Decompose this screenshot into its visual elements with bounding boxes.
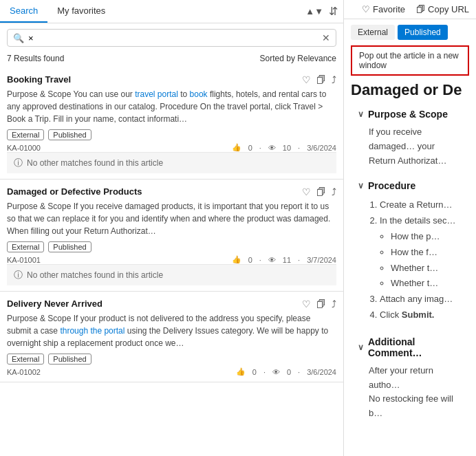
copy-url-icon: 🗍 [416,4,425,14]
meta-stats: 👍 0 · 👁 10 · 3/6/2024 [232,143,336,152]
article-item: Booking Travel ♡ 🗍 ⤴ Purpose & Scope You… [0,67,343,180]
dot-sep: · [263,368,266,376]
article-item: Delivery Never Arrived ♡ 🗍 ⤴ Purpose & S… [0,292,343,382]
article-body: Purpose & Scope You can use our travel p… [7,88,336,125]
no-match-banner: ⓘ No other matches found in this article [7,152,336,173]
list-item: Click Submit. [380,308,462,323]
tab-published[interactable]: Published [398,25,448,40]
article-body: Purpose & Scope If you receive damaged p… [7,200,336,237]
list-item: How the f… [391,246,462,260]
views-icon: 👁 [268,256,276,264]
tag-published: Published [48,129,91,140]
portal-link[interactable]: through the portal [60,326,125,336]
chevron-down-icon: ∨ [358,109,364,119]
thumbs-count: 0 [248,256,252,264]
tags: External Published [7,241,336,252]
pop-out-banner[interactable]: Pop out the article in a new window [351,45,469,76]
external-link-icon[interactable]: ⤴ [332,186,336,197]
article-id: KA-01001 [7,256,41,264]
views-count: 10 [283,144,291,152]
tabs-bar: Search My favorites ▲▼ ⇵ [0,0,343,23]
thumbs-count: 0 [248,144,252,152]
left-panel: Search My favorites ▲▼ ⇵ 🔍 ✕ 7 Results f… [0,0,344,456]
clear-search-icon[interactable]: ✕ [322,32,330,43]
article-title[interactable]: Booking Travel [7,74,71,85]
list-item: How the p… [391,230,462,244]
views-count: 0 [287,368,291,376]
section-header-additional[interactable]: ∨ Additional Comment… [351,334,469,361]
book-link[interactable]: book [190,89,208,99]
section-additional: ∨ Additional Comment… After your return … [351,334,469,424]
tab-search[interactable]: Search [0,0,47,23]
article-title[interactable]: Damaged or Defective Products [7,186,142,197]
right-toolbar: ♡ Favorite 🗍 Copy URL [344,0,476,19]
section-purpose: ∨ Purpose & Scope If you receive damaged… [351,106,469,171]
favorite-button[interactable]: ♡ Favorite [362,4,405,14]
sort-icon[interactable]: ⇵ [329,5,338,18]
thumbs-up-icon: 👍 [232,255,241,264]
date: 3/6/2024 [307,144,336,152]
article-title[interactable]: Delivery Never Arrived [7,298,102,309]
dot-sep2: · [298,256,300,264]
dot-sep2: · [298,368,300,376]
chevron-down-icon: ∨ [358,181,364,191]
dot-sep2: · [298,144,300,152]
filter-icon[interactable]: ▲▼ [305,6,323,17]
section-header-procedure[interactable]: ∨ Procedure [351,177,469,194]
tag-published: Published [48,354,91,365]
article-meta: KA-01002 👍 0 · 👁 0 · 3/6/2024 [7,367,336,376]
favorite-icon[interactable]: ♡ [302,298,311,310]
tags: External Published [7,354,336,365]
article-meta: KA-01001 👍 0 · 👁 11 · 3/7/2024 [7,255,336,264]
tag-external: External [7,241,44,252]
tab-favorites[interactable]: My favorites [47,0,115,23]
right-article-title: Damaged or De [344,81,476,99]
results-count: 7 Results found [7,54,64,63]
list-item: Whether t… [391,261,462,276]
section-title-procedure: Procedure [368,180,415,191]
article-actions: ♡ 🗍 ⤴ [302,74,336,85]
info-icon: ⓘ [14,157,23,169]
search-icon: 🔍 [13,33,24,43]
section-title-purpose: Purpose & Scope [368,109,448,120]
copy-url-label: Copy URL [428,4,469,14]
meta-stats: 👍 0 · 👁 11 · 3/7/2024 [232,255,336,264]
article-actions: ♡ 🗍 ⤴ [302,186,336,197]
external-link-icon[interactable]: ⤴ [332,74,336,85]
copy-icon[interactable]: 🗍 [316,186,326,197]
info-icon: ⓘ [14,269,23,281]
copy-icon[interactable]: 🗍 [316,298,326,310]
date: 3/7/2024 [307,256,336,264]
favorite-icon[interactable]: ♡ [302,186,311,197]
list-item: Create a Return… [380,198,462,213]
favorite-label: Favorite [373,4,405,14]
section-header-purpose[interactable]: ∨ Purpose & Scope [351,106,469,122]
views-icon: 👁 [272,368,280,376]
external-link-icon[interactable]: ⤴ [332,298,336,310]
date: 3/6/2024 [307,368,336,376]
tab-external[interactable]: External [351,25,395,40]
right-article-content: ∨ Purpose & Scope If you receive damaged… [344,106,476,437]
article-header: Booking Travel ♡ 🗍 ⤴ [7,74,336,85]
no-match-text: No other matches found in this article [27,158,163,168]
search-input[interactable] [28,33,322,43]
meta-stats: 👍 0 · 👁 0 · 3/6/2024 [236,367,336,376]
tag-external: External [7,129,44,140]
copy-url-button[interactable]: 🗍 Copy URL [416,4,469,14]
right-panel: ♡ Favorite 🗍 Copy URL External Published… [344,0,476,456]
travel-portal-link[interactable]: travel portal [135,89,178,99]
favorite-icon[interactable]: ♡ [302,74,311,85]
views-count: 11 [283,256,291,264]
heart-icon: ♡ [362,4,370,14]
section-procedure: ∨ Procedure Create a Return… In the deta… [351,177,469,326]
sort-label: Sorted by Relevance [260,54,336,63]
views-icon: 👁 [268,144,276,152]
dot-sep: · [259,256,261,264]
dot-sep: · [259,144,261,152]
section-body-purpose: If you receive damaged… your Return Auth… [351,122,469,171]
section-title-additional: Additional Comment… [368,336,462,358]
no-match-banner: ⓘ No other matches found in this article [7,264,336,285]
search-bar: 🔍 ✕ [7,29,336,47]
article-item: Damaged or Defective Products ♡ 🗍 ⤴ Purp… [0,180,343,292]
copy-icon[interactable]: 🗍 [316,74,326,85]
